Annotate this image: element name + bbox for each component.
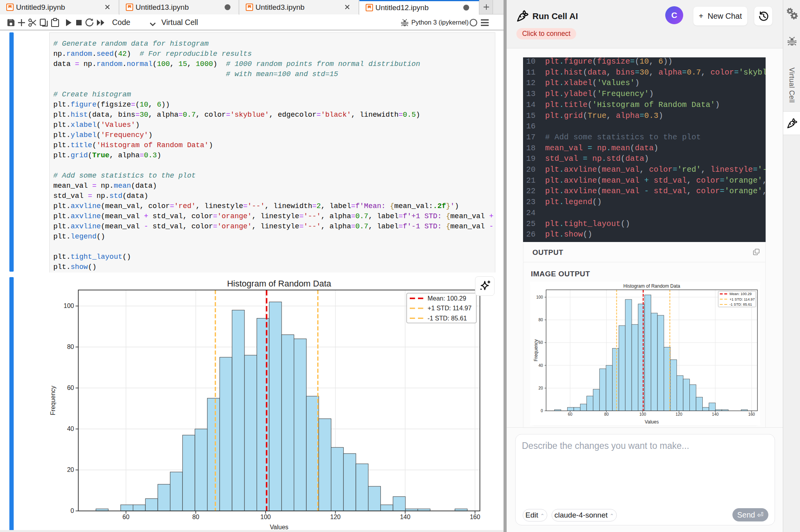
- svg-text:+1 STD: 114.97: +1 STD: 114.97: [729, 297, 755, 301]
- svg-text:Histogram of Random Data: Histogram of Random Data: [623, 283, 680, 289]
- svg-text:60: 60: [67, 384, 74, 391]
- svg-text:140: 140: [712, 412, 719, 416]
- svg-text:0: 0: [541, 409, 543, 413]
- svg-text:160: 160: [470, 514, 480, 520]
- svg-text:Histogram of Random Data: Histogram of Random Data: [227, 279, 331, 288]
- svg-text:160: 160: [748, 412, 755, 416]
- svg-text:Mean: 100.29: Mean: 100.29: [428, 295, 466, 302]
- svg-text:60: 60: [123, 514, 130, 520]
- svg-text:20: 20: [67, 466, 74, 473]
- svg-text:-1 STD: 85.61: -1 STD: 85.61: [428, 315, 467, 322]
- svg-text:120: 120: [676, 412, 682, 416]
- svg-text:100: 100: [64, 302, 74, 309]
- svg-text:120: 120: [330, 514, 341, 520]
- svg-text:Frequency: Frequency: [50, 386, 56, 415]
- svg-text:80: 80: [192, 514, 199, 520]
- svg-text:80: 80: [604, 412, 609, 416]
- svg-text:40: 40: [67, 425, 74, 432]
- svg-text:60: 60: [539, 340, 543, 345]
- svg-text:140: 140: [400, 514, 411, 520]
- svg-text:40: 40: [539, 363, 543, 368]
- svg-text:+1 STD: 114.97: +1 STD: 114.97: [428, 304, 472, 311]
- svg-text:80: 80: [67, 343, 74, 350]
- svg-text:100: 100: [536, 295, 543, 299]
- svg-text:Mean: 100.29: Mean: 100.29: [729, 292, 752, 296]
- svg-text:Values: Values: [645, 419, 659, 425]
- svg-text:0: 0: [71, 507, 74, 514]
- svg-text:80: 80: [539, 318, 543, 322]
- svg-text:20: 20: [539, 386, 543, 390]
- svg-text:100: 100: [261, 514, 271, 520]
- svg-text:60: 60: [568, 412, 573, 416]
- svg-text:-1 STD: 85.61: -1 STD: 85.61: [729, 302, 752, 306]
- svg-text:Frequency: Frequency: [533, 339, 539, 361]
- svg-text:Values: Values: [270, 524, 289, 530]
- svg-text:100: 100: [639, 412, 646, 416]
